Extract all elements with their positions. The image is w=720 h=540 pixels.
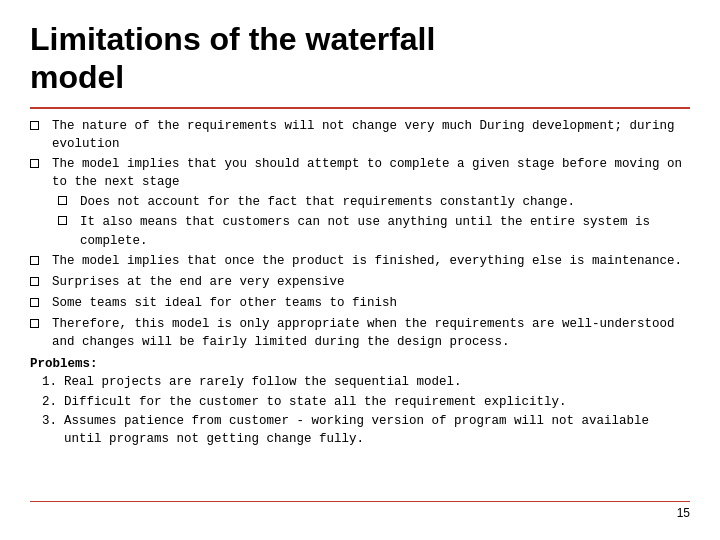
bullet-text: Does not account for the fact that requi… [80,193,690,211]
list-item: It also means that customers can not use… [58,213,690,249]
bullet-text: The model implies that you should attemp… [52,155,690,191]
problem-text: Real projects are rarely follow the sequ… [64,373,462,391]
bullet-text: Surprises at the end are very expensive [52,273,690,291]
list-item: The model implies that you should attemp… [30,155,690,191]
number-label: 2. [42,393,60,411]
list-item: Therefore, this model is only appropriat… [30,315,690,351]
bullet-text: It also means that customers can not use… [80,213,690,249]
slide: Limitations of the waterfall model The n… [0,0,720,540]
list-item: The nature of the requirements will not … [30,117,690,153]
content-area: The nature of the requirements will not … [30,117,690,501]
list-item: Surprises at the end are very expensive [30,273,690,292]
bullet-square-icon [30,274,48,292]
bullet-square-icon [30,118,48,136]
slide-number: 15 [30,506,690,520]
number-label: 1. [42,373,60,391]
bullet-text: The nature of the requirements will not … [52,117,690,153]
title-line2: model [30,59,124,95]
bullet-text: The model implies that once the product … [52,252,690,270]
sub-bullet-square-icon [58,213,76,231]
number-label: 3. [42,412,60,430]
slide-title: Limitations of the waterfall model [30,20,690,97]
bullet-square-icon [30,295,48,313]
list-item: Some teams sit ideal for other teams to … [30,294,690,313]
list-item: 1. Real projects are rarely follow the s… [42,373,690,391]
bullet-text: Therefore, this model is only appropriat… [52,315,690,351]
list-item: 2. Difficult for the customer to state a… [42,393,690,411]
list-item: 3. Assumes patience from customer - work… [42,412,690,448]
title-line1: Limitations of the waterfall [30,21,435,57]
problems-title: Problems: [30,357,98,371]
bullet-square-icon [30,253,48,271]
problems-section: Problems: 1. Real projects are rarely fo… [30,355,690,448]
list-item: The model implies that once the product … [30,252,690,271]
bottom-divider [30,501,690,503]
problem-text: Difficult for the customer to state all … [64,393,567,411]
bullet-square-icon [30,156,48,174]
list-item: Does not account for the fact that requi… [58,193,690,211]
problem-text: Assumes patience from customer - working… [64,412,690,448]
bullet-square-icon [30,316,48,334]
bullet-text: Some teams sit ideal for other teams to … [52,294,690,312]
sub-bullet-square-icon [58,193,76,211]
top-divider [30,107,690,109]
